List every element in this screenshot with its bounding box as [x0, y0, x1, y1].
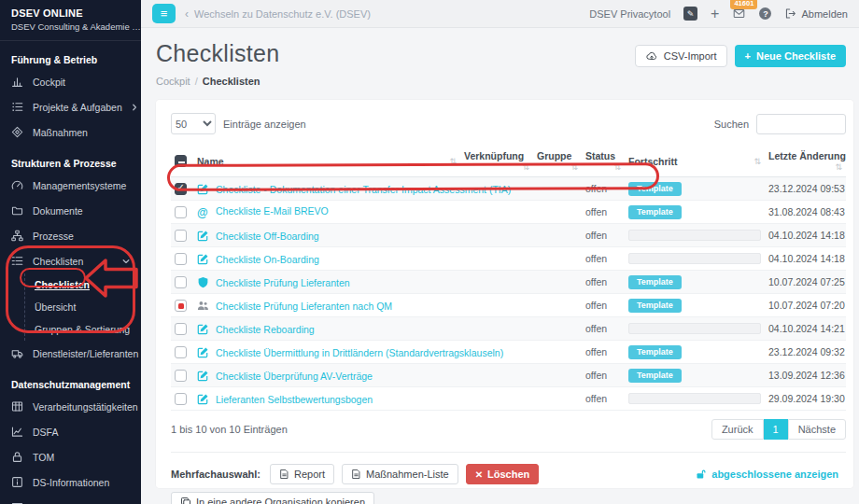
menu-toggle-button[interactable]: ≡ [152, 4, 176, 23]
sidebar-item-anfragen[interactable]: Anfragen [0, 495, 141, 504]
row-checkbox[interactable] [175, 323, 187, 335]
column-name[interactable]: Name⇅ [193, 146, 460, 177]
checklist-link[interactable]: Checkliste Prüfung Lieferanten [216, 277, 350, 288]
sidebar-item-managementsysteme[interactable]: Managementsysteme [0, 173, 141, 198]
row-checkbox[interactable] [175, 206, 187, 218]
search-input[interactable] [756, 114, 846, 134]
pagination-prev-button[interactable]: Zurück [711, 419, 764, 440]
checklist-link[interactable]: Checkliste Off-Boarding [216, 231, 319, 242]
sidebar-item-maßnahmen[interactable]: Maßnahmen [0, 119, 141, 145]
logout-button[interactable]: Abmelden [784, 7, 848, 20]
table-row: @Checkliste E-Mail BREVOoffenTemplate31.… [171, 201, 846, 224]
file-icon [279, 469, 289, 480]
sidebar-item-dienstleister-lieferanten[interactable]: Dienstleister/Lieferanten [0, 341, 141, 366]
checklist-link[interactable]: Checkliste - Dokumentation einer Transfe… [216, 184, 511, 195]
sidebar-item-projekte-aufgaben[interactable]: Projekte & Aufgaben [0, 94, 141, 119]
sidebar-item-dsfa[interactable]: DSFA [0, 419, 141, 444]
sidebar-item-cockpit[interactable]: Cockpit [0, 69, 141, 94]
modified-date: 04.10.2024 14:21 [765, 317, 846, 341]
copy-to-organization-button[interactable]: In eine andere Organisation kopieren [171, 492, 374, 504]
topbar: ≡ ‹ Wechseln zu Datenschutz e.V. (DSEV) … [141, 0, 859, 28]
column-letzte-aenderung[interactable]: Letzte Änderung⇅ [765, 146, 846, 177]
folder-icon [11, 204, 24, 217]
sidebar-item-label: Maßnahmen [33, 127, 88, 138]
delete-button[interactable]: ✕ Löschen [466, 464, 540, 484]
unlock-icon [696, 469, 707, 480]
row-checkbox[interactable] [175, 230, 187, 242]
sidebar-subitem-übersicht[interactable]: Übersicht [25, 296, 141, 318]
column-verknuepfung[interactable]: Verknüpfung⇅ [460, 146, 533, 177]
verknuepfung-cell [460, 387, 533, 411]
edit-icon [197, 183, 210, 195]
row-checkbox[interactable] [175, 393, 187, 405]
modified-date: 23.12.2024 09:53 [765, 177, 846, 201]
new-checklist-button[interactable]: + Neue Checkliste [735, 45, 846, 67]
row-checkbox[interactable] [175, 253, 187, 265]
sidebar-item-tom[interactable]: TOM [0, 444, 141, 469]
verknuepfung-cell [460, 271, 533, 294]
checklist-table: Name⇅ Verknüpfung⇅ Gruppe⇅ Status⇅ Forts… [171, 146, 846, 411]
show-completed-link[interactable]: abgeschlossene anzeigen [696, 469, 838, 480]
sidebar-subitem-checklisten[interactable]: Checklisten [25, 273, 141, 296]
x-icon: ✕ [475, 469, 483, 480]
mail-icon[interactable]: 41601 [732, 7, 746, 20]
file-icon [351, 469, 361, 480]
status-text: offen [582, 294, 625, 317]
gruppe-cell [533, 317, 582, 341]
sidebar-item-dokumente[interactable]: Dokumente [0, 198, 141, 223]
info-icon [11, 476, 24, 488]
sidebar-subitem-gruppen-sortierung[interactable]: Gruppen & Sortierung [25, 318, 141, 341]
org-switcher[interactable]: DSEV ONLINE DSEV Consulting & Akademie …… [0, 0, 141, 41]
csv-import-button[interactable]: CSV-Import [635, 45, 727, 67]
sidebar-item-verarbeitungstätigkeiten[interactable]: Verarbeitungstätigkeiten [0, 394, 141, 419]
modified-date: 23.12.2024 09:32 [765, 341, 846, 364]
sidebar-item-label: Cockpit [33, 77, 65, 88]
breadcrumb-cockpit[interactable]: Cockpit [156, 76, 190, 87]
switch-organization-link[interactable]: ‹ Wechseln zu Datenschutz e.V. (DSEV) [185, 8, 371, 20]
row-checkbox[interactable] [175, 300, 187, 312]
checklist-link[interactable]: Checkliste E-Mail BREVO [216, 205, 329, 217]
modified-date: 10.07.2024 07:20 [765, 294, 846, 317]
checklist-link[interactable]: Checkliste On-Boarding [216, 254, 319, 265]
table-row: Checkliste Prüfung LieferantenoffenTempl… [171, 271, 846, 294]
sidebar-item-ds-informationen[interactable]: DS-Informationen [0, 469, 141, 495]
row-checkbox[interactable]: ✓ [175, 183, 187, 195]
column-fortschritt[interactable]: Fortschritt⇅ [625, 146, 765, 177]
column-gruppe[interactable]: Gruppe⇅ [533, 146, 582, 177]
verknuepfung-cell [460, 317, 533, 341]
pagination-next-button[interactable]: Nächste [788, 419, 846, 440]
gruppe-cell [533, 387, 582, 411]
sidebar-item-prozesse[interactable]: Prozesse [0, 223, 141, 248]
sidebar-item-checklisten[interactable]: Checklisten [0, 248, 141, 273]
list-check-icon [11, 255, 24, 267]
at-icon: @ [197, 207, 210, 218]
status-text: offen [582, 271, 625, 294]
row-checkbox[interactable] [175, 370, 187, 382]
select-all-checkbox[interactable] [175, 155, 187, 167]
sidebar-item-label: Managementsysteme [33, 180, 126, 191]
progress-bar [628, 230, 761, 241]
checklist-link[interactable]: Checkliste Übermittlung in Drittländern … [216, 347, 503, 358]
pagination-page-1[interactable]: 1 [764, 419, 788, 440]
measures-list-button[interactable]: Maßnahmen-Liste [342, 464, 458, 484]
checklist-link[interactable]: Checkliste Reboarding [216, 324, 315, 335]
plus-icon[interactable]: + [711, 7, 719, 21]
switch-organization-label: Wechseln zu Datenschutz e.V. (DSEV) [194, 8, 371, 20]
gruppe-cell [533, 177, 582, 201]
checklist-link[interactable]: Lieferanten Selbstbewertungsbogen [216, 394, 373, 405]
gruppe-cell [533, 364, 582, 387]
row-checkbox[interactable] [175, 276, 187, 288]
checklist-link[interactable]: Checkliste Überprüfung AV-Verträge [216, 371, 373, 382]
row-checkbox[interactable] [175, 346, 187, 358]
help-icon[interactable]: ? [759, 7, 771, 20]
sidebar-item-label: DS-Informationen [33, 477, 109, 488]
report-button[interactable]: Report [270, 464, 334, 484]
checklist-card: 50 Einträge anzeigen Suchen Name⇅ Verknü… [156, 100, 853, 488]
edit-square-icon[interactable]: ✎ [683, 7, 697, 21]
modified-date: 04.10.2024 14:18 [765, 224, 846, 247]
column-status[interactable]: Status⇅ [582, 146, 625, 177]
select-all-header[interactable] [171, 146, 193, 177]
modified-date: 31.08.2024 08:43 [765, 201, 846, 224]
checklist-link[interactable]: Checkliste Prüfung Lieferanten nach QM [216, 301, 392, 312]
page-size-select[interactable]: 50 [171, 113, 216, 134]
